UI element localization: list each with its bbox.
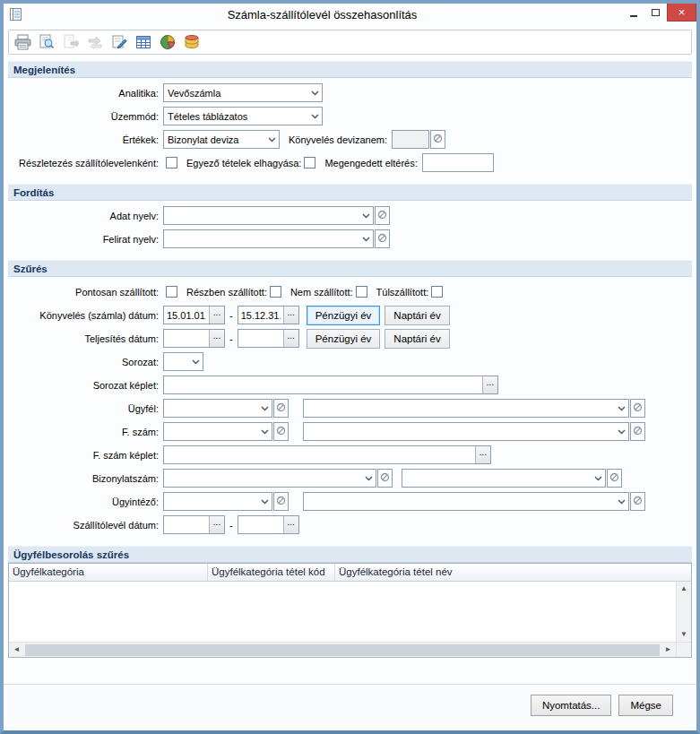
konyveles-datum-row: Könyvelés (számla) dátum: ... - ... Pénz… xyxy=(10,306,690,324)
elteres-input[interactable] xyxy=(422,153,494,172)
grid-col-ugyfelkategoria[interactable]: Ügyfélkategória xyxy=(9,564,208,581)
egyezo-checkbox[interactable] xyxy=(304,157,315,168)
felirat-nyelv-select[interactable] xyxy=(163,229,374,248)
bizonylatszam-to-select[interactable] xyxy=(402,469,606,488)
bizonylatszam-from-lookup-button[interactable] xyxy=(377,469,393,488)
ugyfel-kod-lookup-button[interactable] xyxy=(273,399,289,418)
section-filter-body: Pontosan szállított: Részben szállított:… xyxy=(8,277,692,541)
range-dash: - xyxy=(229,333,233,344)
export-button[interactable] xyxy=(60,31,82,53)
horizontal-scrollbar[interactable]: ◄ ► xyxy=(9,643,676,657)
ugyintezo-nev-select[interactable] xyxy=(303,492,629,511)
print-button[interactable] xyxy=(12,31,33,53)
pontosan-checkbox[interactable] xyxy=(166,286,177,298)
fszam-nev-lookup-button[interactable] xyxy=(630,422,645,441)
ugyintezo-nev-lookup-button[interactable] xyxy=(630,492,645,511)
konyveles-naptari-ev-button[interactable]: Naptári év xyxy=(385,306,449,325)
chevron-down-icon xyxy=(189,353,203,370)
nem-checkbox[interactable] xyxy=(356,286,367,298)
cancel-button[interactable]: Mégse xyxy=(618,695,673,716)
sorozat-keplet-row: Sorozat képlet: ... xyxy=(10,376,690,394)
ugyfel-label: Ügyfél: xyxy=(10,403,159,414)
szallitolevel-datum-from-input[interactable] xyxy=(164,516,209,533)
date-picker-button[interactable]: ... xyxy=(209,330,224,347)
scroll-up-icon[interactable]: ▲ xyxy=(678,583,691,595)
date-picker-button[interactable]: ... xyxy=(283,330,298,347)
chevron-down-icon xyxy=(359,207,373,224)
uzemmod-select[interactable]: Tételes táblázatos xyxy=(163,107,323,125)
ugyintezo-kod-lookup-button[interactable] xyxy=(273,492,289,511)
szallitolevel-datum-to-input[interactable] xyxy=(238,516,283,533)
reszletezes-checkbox[interactable] xyxy=(166,157,177,168)
pie-chart-button[interactable] xyxy=(157,31,178,53)
devizanem-lookup-button[interactable] xyxy=(430,130,445,149)
date-picker-button[interactable]: ... xyxy=(209,516,224,533)
fszam-kod-select[interactable] xyxy=(163,422,272,441)
ugyfel-kod-select[interactable] xyxy=(163,399,272,418)
sorozat-select[interactable] xyxy=(163,352,203,371)
print-preview-icon xyxy=(39,34,55,50)
export-icon xyxy=(63,34,79,50)
tul-checkbox[interactable] xyxy=(431,286,443,298)
fszam-keplet-input[interactable] xyxy=(164,446,475,463)
date-picker-button[interactable]: ... xyxy=(209,307,224,324)
formula-editor-button[interactable]: ... xyxy=(475,446,490,463)
szallitolevel-datum-label: Szállítólevél dátum: xyxy=(10,520,159,531)
maximize-button[interactable] xyxy=(644,4,667,22)
chevron-down-icon xyxy=(308,108,322,125)
title-bar: Számla-szállítólevél összehasonlítás × xyxy=(4,4,696,27)
print-preview-button[interactable] xyxy=(36,31,57,53)
konyveles-datum-to-input[interactable] xyxy=(238,307,283,324)
fszam-kod-lookup-button[interactable] xyxy=(273,422,289,441)
scroll-down-icon[interactable]: ▼ xyxy=(678,628,691,641)
scroll-right-icon[interactable]: ► xyxy=(661,643,675,656)
teljesites-datum-to-input[interactable] xyxy=(238,330,283,347)
date-picker-button[interactable]: ... xyxy=(283,307,298,324)
footer-bar: Nyomtatás... Mégse xyxy=(4,684,696,730)
teljesites-datum-from-input[interactable] xyxy=(164,330,209,347)
analitika-row: Analitika: Vevőszámla xyxy=(10,83,690,102)
konyveles-datum-from-input[interactable] xyxy=(164,307,209,324)
teljesites-penzugyi-ev-button[interactable]: Pénzügyi év xyxy=(307,329,381,349)
date-picker-button[interactable]: ... xyxy=(283,516,298,533)
fszam-row: F. szám: xyxy=(10,422,690,441)
reszben-checkbox[interactable] xyxy=(270,286,281,298)
close-button[interactable]: × xyxy=(667,4,696,22)
maximize-icon xyxy=(652,9,660,16)
uzemmod-label: Üzemmód: xyxy=(10,111,159,122)
bizonylatszam-to-lookup-button[interactable] xyxy=(607,469,622,488)
grid-header-row: Ügyfélkategória Ügyfélkategória tétel kó… xyxy=(9,564,691,582)
database-icon xyxy=(184,34,200,50)
minimize-button[interactable] xyxy=(622,4,644,22)
edit-button[interactable] xyxy=(108,31,130,53)
adat-nyelv-lookup-button[interactable] xyxy=(375,206,390,225)
sorozat-keplet-input[interactable] xyxy=(164,376,482,393)
circle-slash-icon xyxy=(609,471,619,485)
fszam-nev-select[interactable] xyxy=(303,422,629,441)
ugyintezo-kod-select[interactable] xyxy=(163,492,272,511)
transfer-button[interactable] xyxy=(84,31,106,53)
konyveles-penzugyi-ev-button[interactable]: Pénzügyi év xyxy=(307,306,381,325)
sorozat-label: Sorozat: xyxy=(10,357,159,367)
ertekek-select[interactable]: Bizonylat deviza xyxy=(163,130,280,149)
formula-editor-button[interactable]: ... xyxy=(482,376,497,393)
table-view-button[interactable] xyxy=(133,31,154,53)
circle-slash-icon xyxy=(377,209,387,222)
grid-col-tetel-kod[interactable]: Ügyfélkategória tétel kód xyxy=(208,564,335,581)
felirat-nyelv-lookup-button[interactable] xyxy=(375,229,390,248)
vertical-scrollbar[interactable]: ▲ ▼ xyxy=(676,582,691,642)
section-display-header: Megjelenítés xyxy=(8,61,692,78)
print-dialog-button[interactable]: Nyomtatás... xyxy=(531,695,612,716)
bizonylatszam-from-select[interactable] xyxy=(163,469,376,488)
database-button[interactable] xyxy=(181,31,203,53)
horizontal-scroll-thumb[interactable] xyxy=(25,644,660,656)
toolbar xyxy=(8,30,692,55)
grid-col-tetel-nev[interactable]: Ügyfélkategória tétel név xyxy=(335,564,691,581)
ugyfel-nev-select[interactable] xyxy=(303,399,629,418)
ugyfel-nev-lookup-button[interactable] xyxy=(630,399,645,418)
adat-nyelv-select[interactable] xyxy=(163,206,374,225)
pontosan-label: Pontosan szállított: xyxy=(10,287,159,298)
analitika-select[interactable]: Vevőszámla xyxy=(163,83,323,102)
scroll-left-icon[interactable]: ◄ xyxy=(10,643,23,656)
teljesites-naptari-ev-button[interactable]: Naptári év xyxy=(385,329,449,349)
